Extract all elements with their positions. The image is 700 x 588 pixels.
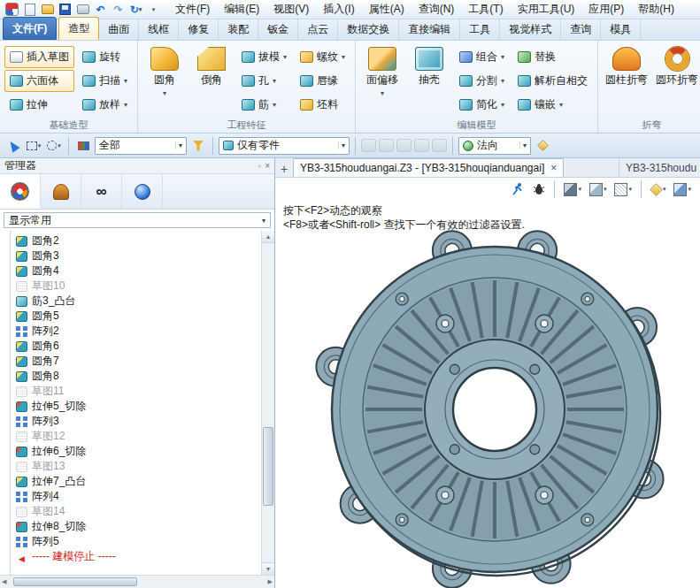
- filter-all-dropdown[interactable]: 全部 ▾: [95, 137, 187, 155]
- tree-h-scrollbar[interactable]: ◀ ▶: [0, 575, 274, 588]
- menu-item-4[interactable]: 属性(A): [362, 0, 412, 19]
- self-intersect-button[interactable]: 解析自相交: [512, 70, 593, 92]
- tree-item[interactable]: 阵列4: [16, 489, 260, 504]
- cylinder-bend-button[interactable]: 圆柱折弯: [603, 43, 650, 119]
- torus-bend-button[interactable]: 圆环折弯: [653, 43, 700, 119]
- ribbon-tab-2[interactable]: 曲面: [99, 19, 139, 40]
- ribbon-tab-4[interactable]: 修复: [179, 19, 219, 40]
- scroll-left-icon[interactable]: ◀: [2, 578, 6, 585]
- rib-button[interactable]: 筋 ▾: [236, 94, 292, 116]
- tree-item[interactable]: 拉伸8_切除: [16, 519, 260, 534]
- insert-sketch-button[interactable]: 插入草图: [4, 46, 74, 68]
- fillet-button[interactable]: 圆角 ▾: [142, 43, 187, 119]
- menu-item-0[interactable]: 文件(F): [168, 0, 217, 19]
- menu-item-2[interactable]: 视图(V): [266, 0, 316, 19]
- tree-item[interactable]: 圆角5: [16, 309, 260, 324]
- view-orientation-icon[interactable]: ▾: [649, 180, 668, 198]
- new-file-icon[interactable]: [21, 2, 38, 18]
- select-related-icon[interactable]: [414, 139, 429, 152]
- ribbon-tab-12[interactable]: 查询: [561, 19, 601, 40]
- menu-item-3[interactable]: 插入(I): [316, 0, 361, 19]
- tab-assembly-manager[interactable]: [122, 174, 163, 209]
- edges-display-icon[interactable]: ▾: [588, 180, 609, 198]
- extrude-button[interactable]: 拉伸: [4, 94, 74, 116]
- thread-button[interactable]: 螺纹 ▾: [295, 46, 350, 68]
- select-all-icon[interactable]: [432, 139, 447, 152]
- draft-button[interactable]: 拔模 ▾: [236, 46, 292, 68]
- dynamic-view-runner-icon[interactable]: [509, 180, 527, 198]
- open-folder-icon[interactable]: [39, 2, 56, 18]
- filter-flag-icon[interactable]: [74, 136, 92, 156]
- pick-lasso-filter-icon[interactable]: ▾: [45, 136, 63, 156]
- document-tab-active[interactable]: YB3-315houduangai.Z3 - [YB3-315houqiandu…: [293, 158, 564, 177]
- document-tab-background[interactable]: YB3-315houdu: [619, 158, 700, 177]
- ribbon-tab-9[interactable]: 直接编辑: [399, 19, 460, 40]
- tree-item[interactable]: 草图11: [16, 384, 260, 399]
- close-icon[interactable]: ×: [550, 162, 557, 174]
- print-icon[interactable]: [74, 2, 91, 18]
- normal-dropdown[interactable]: 法向 ▾: [458, 137, 531, 155]
- tree-item[interactable]: 草图12: [16, 429, 260, 444]
- datum-plane-icon[interactable]: ▾: [672, 180, 693, 198]
- box-button[interactable]: 六面体: [4, 70, 74, 92]
- face-offset-button[interactable]: 面偏移 ▾: [360, 43, 404, 119]
- tree-item[interactable]: 圆角4: [16, 263, 260, 279]
- loft-button[interactable]: 放样 ▾: [77, 94, 133, 116]
- undo-icon[interactable]: ↶: [92, 2, 109, 18]
- stock-button[interactable]: 坯料: [295, 94, 350, 116]
- tree-item[interactable]: 圆角3: [16, 248, 260, 263]
- menu-item-8[interactable]: 应用(P): [581, 0, 631, 19]
- lip-button[interactable]: 唇缘: [295, 70, 350, 92]
- ribbon-tab-1[interactable]: 造型: [58, 17, 99, 40]
- tree-item[interactable]: 草图13: [16, 459, 260, 474]
- ribbon-tab-11[interactable]: 视觉样式: [500, 19, 561, 40]
- new-tab-button[interactable]: +: [275, 162, 293, 177]
- regen-icon[interactable]: ↻▾: [127, 2, 144, 18]
- chamfer-button[interactable]: 倒角: [189, 43, 234, 119]
- divide-button[interactable]: 分割 ▾: [454, 70, 510, 92]
- tree-item[interactable]: ----- 建模停止 -----: [16, 549, 260, 564]
- funnel-icon[interactable]: [189, 136, 207, 156]
- panel-close-icon[interactable]: ×: [265, 161, 270, 171]
- ribbon-tab-5[interactable]: 装配: [219, 19, 258, 40]
- scrollbar-thumb[interactable]: [13, 577, 137, 586]
- save-icon[interactable]: [57, 2, 73, 18]
- ribbon-tab-13[interactable]: 模具: [601, 19, 641, 40]
- snap-settings-icon[interactable]: [534, 136, 551, 156]
- menu-item-6[interactable]: 工具(T): [461, 0, 510, 19]
- redo-icon[interactable]: ↷: [110, 2, 127, 18]
- scroll-up-icon[interactable]: ▲: [262, 231, 274, 243]
- select-previous-icon[interactable]: [396, 139, 412, 152]
- tree-item[interactable]: 阵列5: [16, 534, 260, 549]
- pick-box-filter-icon[interactable]: ▾: [25, 136, 42, 156]
- tab-history-manager[interactable]: [0, 174, 41, 209]
- entity-info-bug-icon[interactable]: [531, 180, 547, 198]
- ribbon-tab-0[interactable]: 文件(F): [3, 17, 57, 40]
- entity-filter-dropdown[interactable]: 仅有零件 ▾: [219, 137, 350, 155]
- tree-item[interactable]: 阵列3: [16, 414, 260, 429]
- hole-button[interactable]: 孔 ▾: [236, 70, 292, 92]
- tree-item[interactable]: 圆角2: [16, 233, 260, 248]
- tree-item[interactable]: 圆角7: [16, 354, 260, 369]
- scroll-right-icon[interactable]: ▶: [268, 578, 273, 585]
- chain-link-icon[interactable]: [361, 139, 376, 152]
- panel-float-icon[interactable]: ▫: [258, 161, 262, 171]
- scroll-down-icon[interactable]: ▼: [262, 562, 274, 575]
- ribbon-tab-10[interactable]: 工具: [460, 19, 500, 40]
- tree-item[interactable]: 草图14: [16, 504, 260, 519]
- menu-item-1[interactable]: 编辑(E): [217, 0, 266, 19]
- menu-item-9[interactable]: 帮助(H): [631, 0, 681, 19]
- tab-regen-manager[interactable]: [41, 174, 81, 209]
- ribbon-tab-8[interactable]: 数据交换: [338, 19, 399, 40]
- tree-item[interactable]: 阵列2: [16, 324, 260, 339]
- tree-item[interactable]: 拉伸7_凸台: [16, 474, 260, 489]
- pick-arrow-icon[interactable]: [4, 136, 22, 156]
- tree-item[interactable]: 草图10: [16, 279, 260, 294]
- shell-button[interactable]: 抽壳: [407, 43, 451, 119]
- tab-visual-manager[interactable]: [81, 174, 122, 209]
- inlay-button[interactable]: 镶嵌 ▾: [512, 94, 593, 116]
- tree-item[interactable]: 拉伸5_切除: [16, 399, 260, 414]
- simplify-button[interactable]: 简化 ▾: [454, 94, 510, 116]
- ribbon-tab-3[interactable]: 线框: [139, 19, 179, 40]
- tree-item[interactable]: 拉伸6_切除: [16, 444, 260, 459]
